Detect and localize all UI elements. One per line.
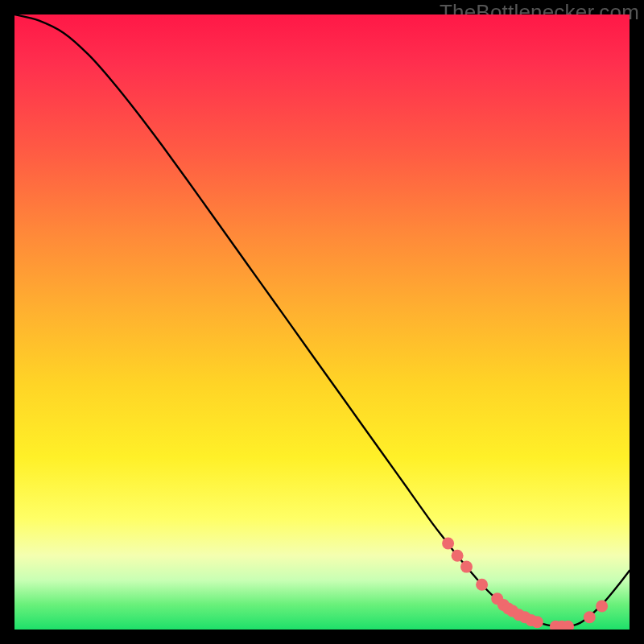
marker-layer	[14, 14, 630, 630]
data-point	[596, 601, 608, 613]
chart-stage: TheBottlenecker.com	[0, 0, 644, 644]
data-point	[531, 616, 543, 628]
data-point	[584, 611, 596, 623]
data-point	[452, 550, 464, 562]
data-point	[460, 561, 473, 573]
data-point	[476, 579, 488, 591]
plot-area	[14, 14, 630, 630]
data-point	[442, 538, 454, 550]
